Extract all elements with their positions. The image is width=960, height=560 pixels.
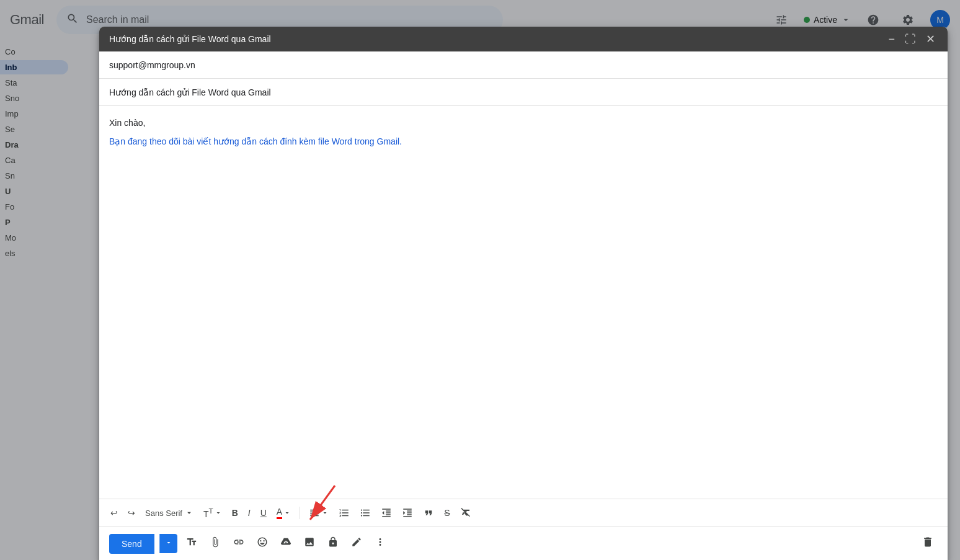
subject-value: Hướng dẫn cách gửi File Word qua Gmail bbox=[109, 87, 938, 97]
compose-window: Hướng dẫn cách gửi File Word qua Gmail −… bbox=[99, 27, 948, 560]
to-field[interactable]: support@mmgroup.vn bbox=[99, 51, 948, 79]
insert-photo-button[interactable] bbox=[300, 533, 319, 554]
font-label: Sans Serif bbox=[145, 509, 182, 518]
attach-file-button[interactable] bbox=[206, 533, 224, 554]
confidential-button[interactable] bbox=[324, 533, 342, 554]
bold-button[interactable]: B bbox=[228, 505, 242, 520]
strikethrough-button[interactable]: S bbox=[440, 505, 453, 520]
underline-button[interactable]: U bbox=[257, 505, 270, 520]
send-dropdown-button[interactable] bbox=[159, 534, 177, 553]
body-greeting: Xin chào, bbox=[109, 116, 938, 130]
send-button[interactable]: Send bbox=[109, 534, 154, 554]
body-link[interactable]: Bạn đang theo dõi bài viết hướng dẫn các… bbox=[109, 136, 402, 146]
font-size-button[interactable]: TT bbox=[200, 504, 226, 522]
toolbar-separator-1 bbox=[300, 507, 300, 519]
compose-body[interactable]: Xin chào, Bạn đang theo dõi bài viết hướ… bbox=[99, 106, 948, 499]
remove-format-button[interactable] bbox=[456, 505, 475, 521]
body-line1: Bạn đang theo dõi bài viết hướng dẫn các… bbox=[109, 135, 938, 148]
subject-field[interactable]: Hướng dẫn cách gửi File Word qua Gmail bbox=[99, 79, 948, 106]
signature-button[interactable] bbox=[347, 533, 366, 554]
numbered-list-button[interactable] bbox=[335, 505, 353, 521]
undo-button[interactable]: ↩ bbox=[107, 505, 122, 520]
font-select[interactable]: Sans Serif bbox=[141, 506, 197, 520]
font-size-icon: TT bbox=[203, 507, 213, 519]
compose-header-actions: − ⛶ ✕ bbox=[886, 32, 938, 46]
more-options-button[interactable] bbox=[371, 533, 389, 554]
redo-button[interactable]: ↪ bbox=[124, 505, 139, 520]
format-options-button[interactable] bbox=[182, 533, 201, 554]
bulleted-list-button[interactable] bbox=[356, 505, 375, 521]
delete-button[interactable] bbox=[918, 532, 938, 555]
align-button[interactable] bbox=[305, 505, 332, 521]
indent-more-button[interactable] bbox=[398, 505, 417, 521]
to-value: support@mmgroup.vn bbox=[109, 60, 938, 70]
maximize-button[interactable]: ⛶ bbox=[902, 32, 918, 46]
emoji-button[interactable] bbox=[253, 533, 272, 554]
compose-actions: Send bbox=[99, 527, 948, 560]
text-color-button[interactable]: A bbox=[273, 504, 295, 522]
blockquote-button[interactable] bbox=[419, 505, 438, 521]
compose-title: Hướng dẫn cách gửi File Word qua Gmail bbox=[109, 34, 886, 44]
drive-button[interactable] bbox=[277, 533, 295, 554]
close-button[interactable]: ✕ bbox=[923, 32, 938, 46]
text-color-label: A bbox=[277, 507, 282, 519]
italic-button[interactable]: I bbox=[244, 505, 254, 520]
minimize-button[interactable]: − bbox=[886, 32, 897, 46]
formatting-toolbar: ↩ ↪ Sans Serif TT B I U A bbox=[99, 499, 948, 527]
indent-less-button[interactable] bbox=[377, 505, 396, 521]
link-button[interactable] bbox=[229, 533, 248, 554]
compose-header: Hướng dẫn cách gửi File Word qua Gmail −… bbox=[99, 27, 948, 51]
